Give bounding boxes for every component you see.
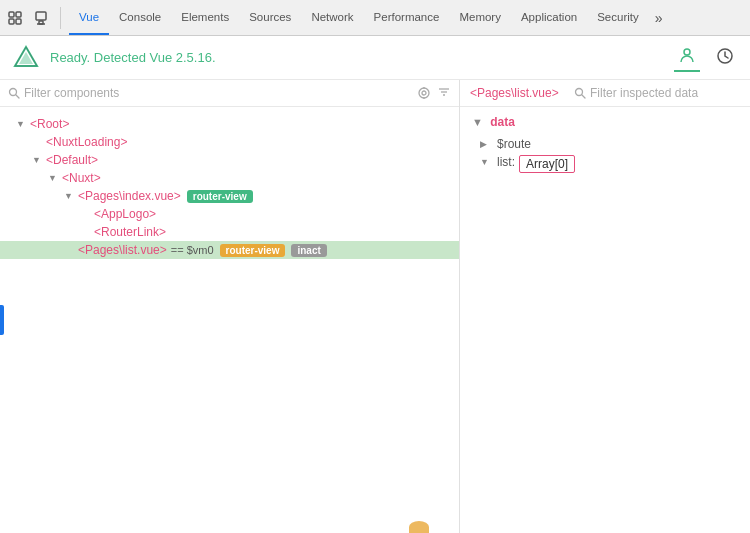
tree-arrow: ▼ (64, 191, 76, 201)
right-panel: <Pages\list.vue> ▼ data ▶ $route (460, 80, 750, 533)
search-icon (8, 87, 20, 99)
badge-inact: inact (291, 244, 326, 257)
data-inspector: ▼ data ▶ $route ▼ list: Array[0] (460, 107, 750, 533)
data-value-list: Array[0] (519, 155, 575, 173)
left-accent (0, 305, 4, 335)
history-button[interactable] (712, 45, 738, 71)
tree-tag: <Nuxt> (62, 171, 101, 185)
svg-point-15 (422, 91, 426, 95)
badge-router-view: router-view (187, 190, 253, 203)
tree-arrow: ▼ (32, 155, 44, 165)
tree-tag: <Default> (46, 153, 98, 167)
right-panel-header: <Pages\list.vue> (460, 80, 750, 107)
devtools-toolbar: Vue Console Elements Sources Network Per… (0, 0, 750, 36)
svg-point-14 (419, 88, 429, 98)
vue-header-left: Ready. Detected Vue 2.5.16. (12, 44, 216, 72)
device-toggle-button[interactable] (30, 7, 52, 29)
tree-node-routerlink[interactable]: <RouterLink> (0, 223, 459, 241)
tree-tag: <Pages\list.vue> (78, 243, 167, 257)
svg-line-22 (582, 95, 586, 99)
svg-rect-2 (16, 12, 21, 17)
tab-elements[interactable]: Elements (171, 0, 239, 35)
data-key-route: $route (497, 137, 531, 151)
component-inspector-button[interactable] (674, 44, 700, 72)
tree-tag: <Pages\index.vue> (78, 189, 181, 203)
tab-performance[interactable]: Performance (364, 0, 450, 35)
svg-point-10 (684, 49, 690, 55)
main-content: ▼ <Root> <NuxtLoading> ▼ <Default> ▼ <Nu… (0, 80, 750, 533)
data-row-list[interactable]: ▼ list: Array[0] (472, 153, 738, 175)
tree-node-default[interactable]: ▼ <Default> (0, 151, 459, 169)
scope-icon[interactable] (417, 86, 431, 100)
tree-node-pages-list[interactable]: <Pages\list.vue> == $vm0 router-view ina… (0, 241, 459, 259)
component-filter-bar (0, 80, 459, 107)
tree-node-applogo[interactable]: <AppLogo> (0, 205, 459, 223)
bottom-indicator (409, 521, 429, 533)
tab-vue[interactable]: Vue (69, 0, 109, 35)
tree-node-nuxtloading[interactable]: <NuxtLoading> (0, 133, 459, 151)
tree-arrow: ▼ (48, 173, 60, 183)
data-section-title: ▼ data (472, 115, 738, 129)
vue-header-right (674, 44, 738, 72)
filter-inspected-data-input[interactable] (590, 86, 740, 100)
vue-header: Ready. Detected Vue 2.5.16. (0, 36, 750, 80)
filter-icons (417, 86, 451, 100)
component-path: <Pages\list.vue> (470, 86, 559, 100)
left-panel: ▼ <Root> <NuxtLoading> ▼ <Default> ▼ <Nu… (0, 80, 460, 533)
tab-sources[interactable]: Sources (239, 0, 301, 35)
badge-router-view-list: router-view (220, 244, 286, 257)
tree-node-pages-index[interactable]: ▼ <Pages\index.vue> router-view (0, 187, 459, 205)
tab-network[interactable]: Network (301, 0, 363, 35)
vm-label: == $vm0 (171, 244, 214, 256)
devtools-tabs: Vue Console Elements Sources Network Per… (69, 0, 669, 35)
tree-node-nuxt[interactable]: ▼ <Nuxt> (0, 169, 459, 187)
svg-rect-4 (36, 12, 46, 20)
vue-logo (12, 44, 40, 72)
tree-tag: <AppLogo> (94, 207, 156, 221)
right-search-icon (574, 87, 586, 99)
filter-format-icon[interactable] (437, 86, 451, 100)
svg-line-13 (16, 95, 20, 99)
tree-arrow: ▼ (16, 119, 28, 129)
data-key-list: list: (497, 155, 515, 169)
tab-memory[interactable]: Memory (449, 0, 511, 35)
tab-application[interactable]: Application (511, 0, 587, 35)
vue-status-text: Ready. Detected Vue 2.5.16. (50, 50, 216, 65)
tabs-more-button[interactable]: » (649, 0, 669, 35)
data-arrow-route: ▶ (480, 139, 494, 149)
tree-tag: <Root> (30, 117, 69, 131)
filter-components-input[interactable] (24, 86, 411, 100)
tree-tag: <RouterLink> (94, 225, 166, 239)
tree-tag: <NuxtLoading> (46, 135, 127, 149)
svg-rect-1 (9, 19, 14, 24)
svg-rect-0 (9, 12, 14, 17)
toolbar-icons (4, 7, 61, 29)
right-filter-wrap (574, 86, 740, 100)
component-tree: ▼ <Root> <NuxtLoading> ▼ <Default> ▼ <Nu… (0, 107, 459, 533)
svg-rect-3 (16, 19, 21, 24)
tab-security[interactable]: Security (587, 0, 649, 35)
data-row-route[interactable]: ▶ $route (472, 135, 738, 153)
data-arrow-list: ▼ (480, 157, 494, 167)
tab-console[interactable]: Console (109, 0, 171, 35)
inspect-element-button[interactable] (4, 7, 26, 29)
filter-input-wrap (8, 86, 411, 100)
tree-node-root[interactable]: ▼ <Root> (0, 115, 459, 133)
